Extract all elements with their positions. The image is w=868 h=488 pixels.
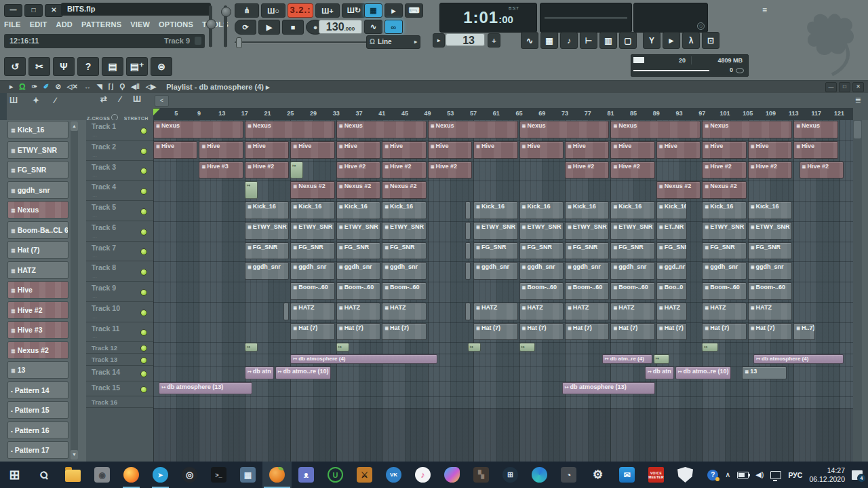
fl-studio-icon[interactable] <box>262 462 292 488</box>
clip-ggdh-snr[interactable]: ≣ggdh_snr <box>610 262 654 280</box>
clip-hat-7-[interactable]: ≣Hat (7) <box>473 323 517 340</box>
pattern-arrow-button[interactable]: ▸ <box>433 33 445 48</box>
clip-fg-snr[interactable]: ≣FG_SNR <box>382 242 426 259</box>
oscilloscope-panel[interactable] <box>540 3 632 33</box>
clip-nexus[interactable]: ≣Nexus <box>153 121 243 138</box>
playback-tool-icon[interactable]: ◀‖ <box>131 81 140 93</box>
track-header-9[interactable]: Track 9⋯ <box>86 282 153 302</box>
terminal-icon[interactable]: >_ <box>204 462 233 488</box>
step-sequencer-panel-button[interactable]: ▦ <box>540 32 558 49</box>
clip-kick-16[interactable]: ≣Kick_16 <box>702 202 746 219</box>
firefox-icon[interactable] <box>117 462 146 488</box>
clip-boom-60[interactable]: ≣Boom-..60 <box>748 282 792 300</box>
clip-boom-60[interactable]: ≣Boom-..60 <box>610 282 654 300</box>
clip-hive[interactable]: ≣Hive <box>565 141 609 159</box>
clip-hive[interactable]: ≣Hive <box>656 141 701 159</box>
camera-app-icon[interactable]: ◉ <box>87 462 117 488</box>
clip-etwy-snr[interactable]: ≣ETWY_SNR <box>748 222 792 240</box>
picker-piano-icon[interactable]: Ш <box>9 96 18 105</box>
clip-kick-16[interactable]: ≣Kick_16 <box>473 202 517 219</box>
pattern-list-scrollbar[interactable]: ▲ ▼ <box>71 121 78 459</box>
loop-record-icon[interactable]: Ш+ <box>315 3 340 18</box>
clip-hat-7-[interactable]: ≣Hat (7) <box>290 323 334 340</box>
clip-nexus-2[interactable]: ≣Nexus #2 <box>382 181 426 199</box>
play-button[interactable]: ▶ <box>258 20 280 35</box>
network-display-icon[interactable] <box>770 471 781 479</box>
clip-boom-60[interactable]: ≣Boom-..60 <box>702 282 746 300</box>
clip-hive-2[interactable]: ≣Hive #2 <box>748 162 792 179</box>
clip-hive[interactable]: ≣Hive <box>702 141 746 159</box>
clip-nexus[interactable]: ≣Nexus <box>702 121 792 138</box>
clip-hatz[interactable]: ≣HATZ <box>473 303 517 320</box>
scroll-left-button[interactable]: < <box>155 95 169 107</box>
clip-boo-0[interactable]: ≣Boo..0 <box>656 282 687 300</box>
clip-db-atmosphere-4-[interactable]: ↦db atmosphere (4) <box>290 354 437 364</box>
clip-hat-7-[interactable]: ≣Hat (7) <box>610 323 654 340</box>
hint-bubble-icon[interactable]: ⊜ <box>151 57 172 76</box>
track-header-6[interactable]: Track 6⋯ <box>86 221 153 242</box>
track-header-3[interactable]: Track 3⋯ <box>86 161 153 181</box>
clip-hive[interactable]: ≣Hive <box>519 141 564 159</box>
clip-audio-fragment[interactable]: ↦ <box>290 162 303 179</box>
clip-etwy-snr[interactable]: ≣ETWY_SNR <box>610 222 654 240</box>
overdub-icon[interactable]: Ш↻ <box>342 3 366 18</box>
clip-db-atmosphere-4-[interactable]: ↦db atmosphere (4) <box>753 354 844 364</box>
pattern-item[interactable]: •Pattern 15 <box>7 401 68 419</box>
clip-fg-snr[interactable]: ≣FG_SNR <box>290 242 334 259</box>
clip-ggdh-snr[interactable]: ≣ggdh_snr <box>473 262 517 280</box>
playlist-close-button[interactable]: ✕ <box>852 82 864 92</box>
menu-item-options[interactable]: OPTIONS <box>159 20 193 33</box>
clock[interactable]: 14:27 06.12.2020 <box>809 466 845 484</box>
clip-kick-16[interactable]: ≣Kick_16 <box>656 202 687 219</box>
menu-item-edit[interactable]: EDIT <box>30 20 47 33</box>
clip-fg-snr[interactable]: ≣FG_SNR <box>702 242 746 259</box>
clip-db-atn[interactable]: ↦db atn <box>645 367 674 379</box>
clip-hive-2[interactable]: ≣Hive #2 <box>336 162 380 179</box>
mute-tool-icon[interactable]: ◁✕ <box>67 81 78 93</box>
clip-ggdh-snr[interactable]: ≣ggdh_snr <box>748 262 792 280</box>
menu-item-add[interactable]: ADD <box>56 20 73 33</box>
clip-audio-fragment[interactable]: ↦ <box>519 343 535 352</box>
clip-audio-fragment[interactable]: ↦ <box>654 354 669 364</box>
settings-icon[interactable]: ⚙ <box>583 462 612 488</box>
pitch-knob[interactable] <box>206 19 216 29</box>
track-header-7[interactable]: Track 7⋯ <box>86 242 153 261</box>
track-header-14[interactable]: Track 14 <box>86 366 153 381</box>
tempo-display[interactable]: 130.000 <box>319 20 362 34</box>
clip-hatz[interactable]: ≣HATZ <box>656 303 687 320</box>
clip-hive[interactable]: ≣Hive <box>382 141 426 159</box>
timeline-ruler[interactable]: 5913172125293337414549535761656973778185… <box>153 108 853 121</box>
clip-hatz[interactable]: ≣HATZ <box>748 303 792 320</box>
clip-hive[interactable]: ≣Hive <box>793 141 837 159</box>
clip-nexus-2[interactable]: ≣Nexus #2 <box>702 181 746 199</box>
delete-tool-icon[interactable]: ⊘ <box>55 81 60 93</box>
clip-fg-snr[interactable]: ≣FG_SNR <box>748 242 792 259</box>
clip-etwy-snr[interactable]: ≣ETWY_SNR <box>702 222 746 240</box>
snap-magnet-icon[interactable]: Ω <box>19 81 26 93</box>
track-enable-led[interactable] <box>140 309 147 316</box>
track-enable-led[interactable] <box>140 357 147 364</box>
clip-hive-3[interactable]: ≣Hive #3 <box>199 162 243 179</box>
pattern-number-display[interactable]: 13 <box>446 33 485 46</box>
slip-tool-icon[interactable]: ✑ <box>32 81 37 93</box>
track-enable-led[interactable] <box>140 229 147 236</box>
clip-fg-snr[interactable]: ≣FG_SNR <box>245 242 289 259</box>
clip-hatz[interactable]: ≣HATZ <box>382 303 426 320</box>
clip-fg-snr[interactable]: ≣FG_SNR <box>519 242 564 259</box>
clip-nexus[interactable]: ≣Nexus <box>336 121 427 138</box>
clip-etwy-snr[interactable]: ≣ETWY_SNR <box>519 222 564 240</box>
clip-audio-fragment[interactable] <box>465 242 471 259</box>
menu-item-view[interactable]: VIEW <box>130 20 150 33</box>
clip-audio-fragment[interactable]: ↦ <box>702 343 717 352</box>
clip-kick-16[interactable]: ≣Kick_16 <box>382 202 426 219</box>
webmoney-icon[interactable]: ⊞ <box>496 462 525 488</box>
game-icon[interactable]: ▚ <box>467 462 496 488</box>
clip-nexus[interactable]: ≣Nexus <box>793 121 837 138</box>
clip-etwy-snr[interactable]: ≣ETWY_SNR <box>245 222 289 240</box>
language-indicator[interactable]: РУС <box>788 471 802 479</box>
track-enable-led[interactable] <box>140 345 147 352</box>
piano-icon[interactable]: Ш <box>133 94 141 104</box>
clip-hatz[interactable]: ≣HATZ <box>336 303 380 320</box>
track-enable-led[interactable] <box>140 269 147 276</box>
clip-hat-7-[interactable]: ≣Hat (7) <box>519 323 564 340</box>
